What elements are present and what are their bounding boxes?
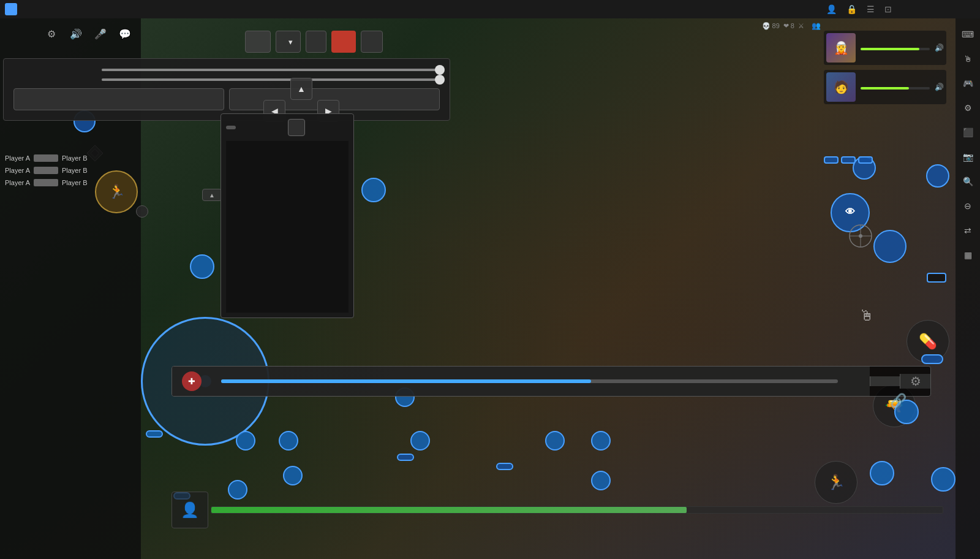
auto-pickup-popup bbox=[221, 113, 354, 318]
z-key-badge[interactable] bbox=[926, 164, 949, 188]
sidebar-zoom-in-icon[interactable]: 🔍 bbox=[957, 170, 979, 192]
revive-action-icon: ⚙ bbox=[900, 374, 930, 389]
h-key-badge[interactable] bbox=[591, 471, 611, 490]
settings-action-buttons bbox=[13, 88, 440, 110]
bottom-item-slots: 👤 bbox=[172, 492, 943, 528]
1-key-badge[interactable] bbox=[410, 431, 430, 451]
sidebar-mouse-icon[interactable]: 🖱 bbox=[957, 48, 979, 70]
shift-key-badge[interactable] bbox=[146, 430, 163, 438]
link-icon: 🔗 bbox=[890, 393, 907, 409]
hamburger-icon[interactable]: ☰ bbox=[867, 4, 875, 14]
settings-panel bbox=[3, 58, 450, 121]
close-button[interactable] bbox=[951, 0, 975, 18]
t-key-badge[interactable] bbox=[236, 431, 255, 451]
sidebar-gear-icon[interactable]: ⚙ bbox=[957, 97, 979, 119]
y-key-badge[interactable] bbox=[190, 254, 214, 279]
volume-icon[interactable]: 🔊 bbox=[66, 24, 86, 44]
3-key-badge[interactable] bbox=[279, 431, 298, 451]
squads-area: 💀 89 ❤ 8 ⚔ 👥 bbox=[762, 21, 821, 30]
dash-icon[interactable]: 🏃 bbox=[95, 170, 138, 213]
aim-cursor-icon: 🖱 bbox=[851, 300, 882, 331]
alpha-slider[interactable] bbox=[102, 78, 440, 81]
keymap-toolbar: ▾ bbox=[245, 31, 383, 53]
maximize-button[interactable] bbox=[926, 0, 951, 18]
sidebar-layout-icon[interactable]: ▦ bbox=[957, 244, 979, 266]
4-key-badge[interactable] bbox=[591, 431, 611, 451]
minimize-button[interactable] bbox=[902, 0, 926, 18]
sidebar-screenshot-icon[interactable]: 📷 bbox=[957, 146, 979, 168]
auto-pickup-content bbox=[226, 141, 349, 313]
g-key-badge[interactable] bbox=[283, 466, 303, 485]
revive-icon: ✚ bbox=[182, 371, 202, 391]
layout-button[interactable] bbox=[245, 31, 271, 53]
collapse-panel-button[interactable] bbox=[136, 205, 148, 218]
ctrl-key-badge[interactable] bbox=[873, 230, 907, 263]
auto-pickup-close-button[interactable] bbox=[331, 119, 349, 136]
teammate-1: 🧝 🔊 bbox=[824, 31, 946, 65]
list-item: Player A Player B bbox=[0, 152, 141, 164]
account-icon[interactable]: 👤 bbox=[826, 4, 837, 14]
app-logo bbox=[5, 3, 17, 15]
space-key-badge[interactable] bbox=[921, 354, 943, 364]
c-key-badge[interactable] bbox=[931, 467, 956, 492]
panel-header: ⚙ 🔊 🎤 💬 bbox=[0, 18, 141, 49]
three-four-fingers-button[interactable] bbox=[13, 88, 224, 110]
window-icon[interactable]: ⊡ bbox=[884, 4, 892, 14]
size-row bbox=[13, 69, 440, 71]
save-button[interactable] bbox=[331, 31, 356, 53]
player-a-label: Player A bbox=[5, 154, 30, 162]
xp-bar bbox=[211, 506, 943, 514]
auto-pickup-toggle[interactable] bbox=[226, 126, 236, 129]
sidebar-arrows-icon[interactable]: ⇄ bbox=[957, 219, 979, 241]
map-expand-button[interactable]: ▲ bbox=[202, 189, 222, 201]
wheel-up-badge[interactable] bbox=[397, 454, 414, 461]
sidebar-keyboard-icon[interactable]: ⌨ bbox=[957, 23, 979, 45]
auto-pickup-header bbox=[226, 119, 349, 136]
crosshair-icon bbox=[848, 224, 873, 251]
weapon-icon bbox=[34, 154, 58, 162]
chat-icon[interactable]: 💬 bbox=[115, 24, 135, 44]
nav-up-button[interactable]: ▲ bbox=[290, 78, 312, 100]
teammate-2-avatar: 🧑 bbox=[826, 72, 856, 102]
fn-keys-group bbox=[824, 156, 873, 164]
mic-icon[interactable]: 🎤 bbox=[91, 24, 110, 44]
size-slider[interactable] bbox=[102, 69, 440, 71]
tilde-key-button[interactable] bbox=[288, 119, 305, 136]
teammate-panel: 🧝 🔊 🧑 🔊 bbox=[824, 31, 946, 109]
weapon3-icon bbox=[34, 179, 58, 186]
player-b3-label: Player B bbox=[62, 179, 88, 186]
player-a2-label: Player A bbox=[5, 167, 30, 174]
wheel-down-badge[interactable] bbox=[496, 463, 513, 470]
teammate-2-volume-icon[interactable]: 🔊 bbox=[935, 83, 944, 91]
sidebar-gamepad-icon[interactable]: 🎮 bbox=[957, 72, 979, 94]
sidebar-record-icon[interactable]: ⬛ bbox=[957, 121, 979, 143]
teammate-2-info bbox=[861, 85, 930, 89]
revive-cancel-button[interactable] bbox=[870, 376, 900, 386]
f3-key-badge[interactable] bbox=[841, 156, 856, 164]
2-key-badge[interactable] bbox=[545, 431, 565, 451]
keymap-close-button[interactable] bbox=[361, 31, 383, 53]
teammate-1-avatar: 🧝 bbox=[826, 33, 856, 63]
profile-icon[interactable]: 🔒 bbox=[846, 4, 857, 14]
chevron-down-icon: ▾ bbox=[288, 37, 293, 47]
r-key-badge[interactable] bbox=[870, 461, 894, 485]
reset-button[interactable] bbox=[306, 31, 326, 53]
sidebar-zoom-out-icon[interactable]: ⊖ bbox=[957, 195, 979, 217]
teammate-1-info bbox=[861, 45, 930, 50]
teammate-1-hp-fill bbox=[861, 48, 919, 50]
alpha-row bbox=[13, 78, 440, 81]
teammate-2-hp-bar bbox=[861, 87, 930, 89]
squads-count: 👥 bbox=[812, 21, 821, 30]
right-mouse-button-badge[interactable] bbox=[927, 273, 946, 283]
teammate-2-hp-fill bbox=[861, 87, 909, 89]
teammate-1-volume-icon[interactable]: 🔊 bbox=[935, 44, 944, 52]
f2-key-badge[interactable] bbox=[858, 156, 873, 164]
teammate-1-hp-bar bbox=[861, 48, 930, 50]
revive-bar: ✚ ⚙ bbox=[172, 366, 931, 397]
f1-key-badge[interactable] bbox=[824, 156, 839, 164]
slot-1[interactable]: 👤 bbox=[172, 492, 208, 528]
settings-icon[interactable]: ⚙ bbox=[42, 24, 61, 44]
f-key-badge[interactable] bbox=[361, 178, 386, 202]
keymap-dropdown[interactable]: ▾ bbox=[276, 31, 301, 53]
right-sidebar: ⌨ 🖱 🎮 ⚙ ⬛ 📷 🔍 ⊖ ⇄ ▦ bbox=[956, 18, 980, 559]
